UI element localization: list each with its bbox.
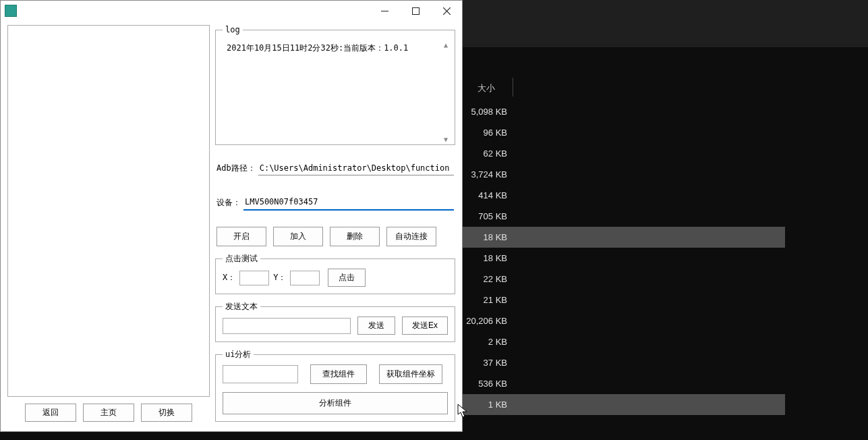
file-row[interactable]: 2 KB [462,331,785,352]
left-panel: 返回 主页 切换 [2,22,212,430]
column-divider [513,78,513,97]
send-text-input[interactable] [223,318,351,334]
minimize-button[interactable] [369,1,400,20]
send-text-legend: 发送文本 [223,301,260,312]
ui-analysis-legend: ui分析 [223,349,254,360]
click-test-legend: 点击测试 [223,253,260,265]
find-component-button[interactable]: 查找组件 [310,364,367,384]
auto-connect-button[interactable]: 自动连接 [386,227,436,246]
file-row[interactable]: 20,206 KB [462,310,785,331]
size-column-header[interactable]: 大小 [472,80,500,97]
preview-canvas[interactable] [7,25,210,397]
right-panel: log 2021年10月15日11时2分32秒:当前版本：1.0.1 ▲ ▼ A… [212,22,461,430]
device-input[interactable] [243,194,454,211]
maximize-button[interactable] [400,1,431,20]
log-fieldset: log 2021年10月15日11时2分32秒:当前版本：1.0.1 ▲ ▼ [215,25,455,145]
file-row[interactable]: 22 KB [462,269,785,290]
ui-analysis-fieldset: ui分析 查找组件 获取组件坐标 分析组件 [215,349,455,422]
y-label: Y： [273,272,286,283]
back-button[interactable]: 返回 [25,404,76,422]
file-row[interactable]: 3,724 KB [462,164,785,185]
file-row[interactable]: 96 KB [462,122,785,143]
file-size-list: 5,098 KB96 KB62 KB3,724 KB414 KB705 KB18… [462,101,785,415]
file-row[interactable]: 62 KB [462,143,785,164]
window-controls [369,1,462,20]
file-row[interactable]: 1 KB [462,394,785,415]
open-button[interactable]: 开启 [216,227,266,246]
device-row: 设备： [216,194,454,211]
svg-rect-1 [412,7,419,14]
file-row[interactable]: 21 KB [462,290,785,310]
file-row[interactable]: 536 KB [462,373,785,394]
x-label: X： [223,272,235,283]
x-input[interactable] [239,271,269,285]
analyze-component-button[interactable]: 分析组件 [223,392,448,414]
adb-path-input[interactable] [258,161,454,175]
send-button[interactable]: 发送 [357,317,395,335]
add-button[interactable]: 加入 [273,227,323,246]
main-dialog: 返回 主页 切换 log 2021年10月15日11时2分32秒:当前版本：1.… [0,0,463,432]
titlebar[interactable] [1,1,462,21]
app-icon [5,5,17,17]
send-text-fieldset: 发送文本 发送 发送Ex [215,301,455,342]
get-coords-button[interactable]: 获取组件坐标 [379,364,442,384]
log-line: 2021年10月15日11时2分32秒:当前版本：1.0.1 [227,43,408,53]
delete-button[interactable]: 删除 [330,227,380,246]
file-row[interactable]: 414 KB [462,185,785,206]
scroll-up-icon[interactable]: ▲ [444,41,448,49]
action-buttons: 开启 加入 删除 自动连接 [216,227,454,246]
click-test-fieldset: 点击测试 X： Y： 点击 [215,253,455,294]
click-button[interactable]: 点击 [328,269,366,287]
ui-analysis-input[interactable] [223,365,298,383]
adb-path-label: Adb路径： [216,163,256,174]
file-row[interactable]: 18 KB [462,227,785,248]
log-legend: log [223,25,243,34]
file-row[interactable]: 5,098 KB [462,101,785,122]
home-button[interactable]: 主页 [83,404,134,422]
send-ex-button[interactable]: 发送Ex [402,317,448,335]
file-row[interactable]: 705 KB [462,206,785,227]
file-row[interactable]: 37 KB [462,352,785,373]
device-label: 设备： [216,197,241,209]
y-input[interactable] [290,271,320,285]
bg-header [462,0,868,47]
switch-button[interactable]: 切换 [141,404,192,422]
close-button[interactable] [431,1,462,20]
log-textarea[interactable]: 2021年10月15日11时2分32秒:当前版本：1.0.1 ▲ ▼ [223,40,448,144]
file-row[interactable]: 18 KB [462,248,785,269]
adb-path-row: Adb路径： [216,161,454,175]
scroll-down-icon[interactable]: ▼ [444,136,448,143]
